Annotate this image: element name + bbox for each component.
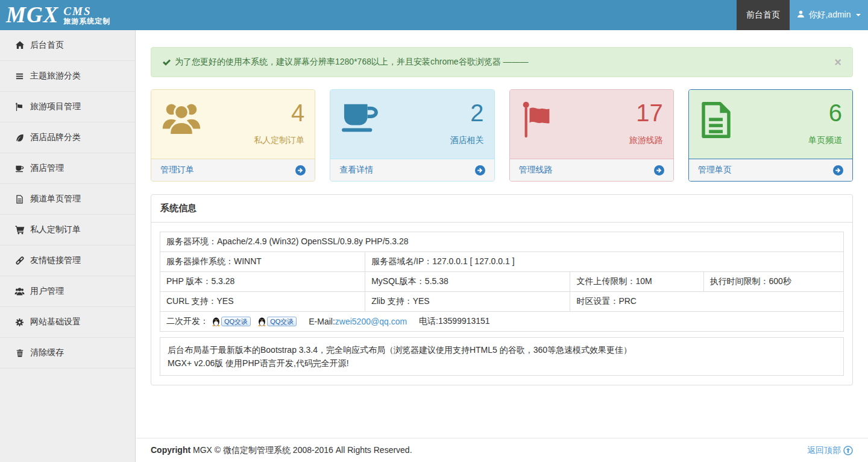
arrow-circle-right-icon [475, 165, 485, 176]
stat-card-single-pages: 6 单页频道 管理单页 [688, 89, 853, 182]
back-to-top-link[interactable]: 返回顶部 [807, 445, 853, 456]
phone-number: 电话:13599913151 [419, 316, 490, 327]
gear-icon [14, 317, 25, 327]
trash-icon [14, 348, 25, 358]
copyright-text: Copyright MGX © 微信定制管理系统 2008-2016 All R… [151, 445, 412, 456]
upload-limit-cell: 文件上传限制：10M [570, 272, 703, 292]
php-version-cell: PHP 版本：5.3.28 [160, 272, 365, 292]
manage-orders-link[interactable]: 管理订单 [151, 159, 315, 181]
stat-card-body: 2 酒店相关 [330, 90, 494, 159]
dev-label: 二次开发： [166, 316, 209, 327]
version-note-box: 后台布局基于最新版本的Bootstrap 3.3.4，完全响应式布局（浏览器建议… [160, 337, 844, 376]
dev-contact-cell: 二次开发： QQ交谈 QQ交谈 E-Mail: zw [160, 312, 844, 332]
stat-card-hotel: 2 酒店相关 查看详情 [330, 89, 494, 182]
arrow-circle-right-icon [295, 165, 306, 176]
server-os-cell: 服务器操作系统：WINNT [160, 252, 365, 272]
stat-card-body: 17 旅游线路 [510, 90, 673, 159]
curl-support-cell: CURL 支持：YES [160, 292, 365, 312]
coffee-icon [341, 101, 380, 153]
zlib-support-cell: Zlib 支持：YES [365, 292, 570, 312]
qq-penguin-icon [212, 317, 220, 326]
mysql-version-cell: MySQL版本：5.5.38 [365, 272, 570, 292]
flag-icon [14, 102, 25, 112]
flag-icon [520, 101, 558, 153]
sidebar-item-channel-page[interactable]: 频道单页管理 [0, 184, 135, 215]
arrow-circle-up-icon [843, 446, 853, 455]
arrow-circle-right-icon [654, 165, 664, 176]
exec-time-cell: 执行时间限制：600秒 [703, 272, 844, 292]
alert-message: 为了您更好的使用本系统，建议屏幕分辨率1280*768以上，并且安装chrome… [175, 57, 529, 68]
stat-label: 酒店相关 [450, 135, 484, 146]
stat-value: 6 [829, 99, 842, 127]
table-row: PHP 版本：5.3.28 MySQL版本：5.5.38 文件上传限制：10M … [160, 272, 844, 292]
stat-label: 旅游线路 [629, 135, 663, 146]
logo-text: MGX [6, 0, 58, 30]
sidebar-item-hotel-brand-category[interactable]: 酒店品牌分类 [0, 122, 135, 153]
file-text-icon [699, 101, 733, 153]
close-icon[interactable]: × [834, 58, 841, 66]
sidebar-item-hotel-management[interactable]: 酒店管理 [0, 153, 135, 184]
main-area: 为了您更好的使用本系统，建议屏幕分辨率1280*768以上，并且安装chrome… [136, 30, 868, 462]
link-icon [14, 256, 25, 265]
server-env-cell: 服务器环境：Apache/2.4.9 (Win32) OpenSSL/0.9.8… [160, 232, 844, 252]
table-row: CURL 支持：YES Zlib 支持：YES 时区设置：PRC [160, 292, 844, 312]
logo-subtitle-tagline: 旅游系统定制 [63, 17, 110, 25]
note-line-2: MGX+ v2.06版 使用PHP语言开发,代码完全开源! [168, 356, 836, 370]
note-line-1: 后台布局基于最新版本的Bootstrap 3.3.4，完全响应式布局（浏览器建议… [168, 343, 836, 356]
page-footer: Copyright MGX © 微信定制管理系统 2008-2016 All R… [136, 438, 868, 462]
sidebar-item-private-orders[interactable]: 私人定制订单 [0, 215, 135, 245]
list-icon [14, 71, 25, 81]
manage-routes-link[interactable]: 管理线路 [510, 159, 673, 181]
stat-value: 2 [470, 99, 483, 127]
sidebar: 后台首页 主题旅游分类 旅游项目管理 酒店品牌分类 酒店管理 频道单页管理 私人… [0, 30, 136, 462]
stat-card-private-orders: 4 私人定制订单 管理订单 [151, 89, 315, 182]
check-icon [162, 58, 171, 66]
table-row: 服务器操作系统：WINNT 服务器域名/IP：127.0.0.1 [ 127.0… [160, 252, 844, 272]
stat-card-body: 6 单页频道 [689, 90, 852, 159]
sidebar-item-site-settings[interactable]: 网站基础设置 [0, 307, 135, 338]
chevron-down-icon [856, 14, 861, 16]
sidebar-item-theme-travel-category[interactable]: 主题旅游分类 [0, 61, 135, 92]
server-ip-cell: 服务器域名/IP：127.0.0.1 [ 127.0.0.1 ] [365, 252, 844, 272]
user-icon [797, 10, 805, 20]
arrow-circle-right-icon [833, 165, 843, 176]
stat-value: 4 [291, 99, 304, 127]
leaf-icon [14, 133, 25, 142]
stat-label: 单页频道 [808, 135, 842, 146]
users-group-icon [162, 101, 201, 153]
email-label: E-Mail: [309, 317, 335, 326]
email-link[interactable]: zwei5200@qq.com [335, 317, 407, 326]
panel-title: 系统信息 [151, 195, 852, 223]
home-icon [14, 40, 25, 50]
stat-cards-row: 4 私人定制订单 管理订单 [151, 89, 853, 182]
table-row: 二次开发： QQ交谈 QQ交谈 E-Mail: zw [160, 312, 844, 332]
users-icon [14, 286, 25, 296]
sidebar-item-clear-cache[interactable]: 清除缓存 [0, 338, 135, 369]
stat-value: 17 [636, 99, 663, 127]
timezone-cell: 时区设置：PRC [570, 292, 844, 312]
user-menu[interactable]: 你好,admin [790, 0, 868, 30]
top-header: MGX CMS 旅游系统定制 前台首页 你好,admin [0, 0, 868, 30]
app-logo: MGX CMS 旅游系统定制 [0, 0, 110, 30]
nav-front-home[interactable]: 前台首页 [737, 0, 790, 30]
stat-label: 私人定制订单 [254, 135, 304, 146]
manage-pages-link[interactable]: 管理单页 [689, 159, 852, 181]
stat-card-body: 4 私人定制订单 [151, 90, 315, 159]
stat-card-travel-routes: 17 旅游线路 管理线路 [509, 89, 674, 182]
file-icon [14, 194, 25, 204]
sidebar-item-friend-links[interactable]: 友情链接管理 [0, 245, 135, 276]
qq-chat-badge[interactable]: QQ交谈 [212, 317, 251, 326]
qq-chat-badge[interactable]: QQ交谈 [258, 317, 297, 326]
sidebar-item-travel-project[interactable]: 旅游项目管理 [0, 92, 135, 122]
table-row: 服务器环境：Apache/2.4.9 (Win32) OpenSSL/0.9.8… [160, 232, 844, 252]
sidebar-item-dashboard[interactable]: 后台首页 [0, 30, 135, 61]
cart-icon [14, 225, 25, 235]
logo-subtitle-cms: CMS [63, 5, 110, 17]
coffee-icon [14, 163, 25, 173]
view-details-link[interactable]: 查看详情 [330, 159, 494, 181]
qq-penguin-icon [258, 317, 266, 326]
sidebar-item-user-management[interactable]: 用户管理 [0, 276, 135, 307]
system-recommendation-alert: 为了您更好的使用本系统，建议屏幕分辨率1280*768以上，并且安装chrome… [151, 47, 853, 77]
system-info-table: 服务器环境：Apache/2.4.9 (Win32) OpenSSL/0.9.8… [160, 232, 844, 332]
system-info-panel: 系统信息 服务器环境：Apache/2.4.9 (Win32) OpenSSL/… [151, 194, 853, 385]
